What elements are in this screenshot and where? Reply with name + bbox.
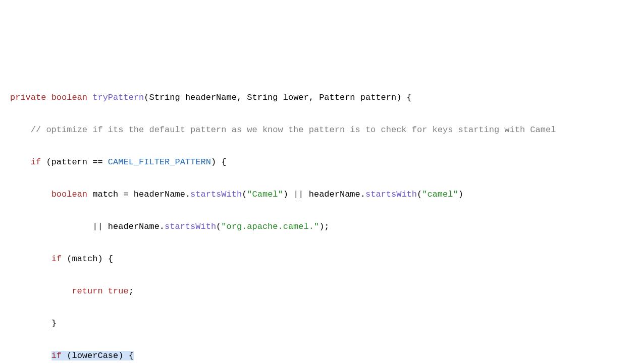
code-line: private boolean tryPattern(String header… bbox=[10, 90, 627, 106]
code-text: (pattern == bbox=[41, 157, 108, 167]
code-line: if (lowerCase) { bbox=[10, 348, 627, 364]
code-text: ); bbox=[319, 222, 329, 231]
method-call: startsWith bbox=[365, 190, 417, 199]
keyword-if: if bbox=[31, 157, 41, 167]
literal-true: true bbox=[108, 286, 129, 296]
method-call: startsWith bbox=[190, 190, 242, 199]
string-literal: "Camel" bbox=[247, 190, 283, 199]
code-text: (lowerCase) { bbox=[62, 351, 134, 360]
code-text: ( bbox=[417, 190, 422, 199]
code-line: if (match) { bbox=[10, 251, 627, 267]
code-text: ) || headerName. bbox=[283, 190, 365, 199]
code-line: // optimize if its the default pattern a… bbox=[10, 122, 627, 138]
keyword-return: return bbox=[72, 286, 102, 296]
code-text: ( bbox=[242, 190, 247, 199]
keyword-if: if bbox=[51, 351, 62, 360]
keyword-boolean: boolean bbox=[51, 93, 87, 102]
code-line: || headerName.startsWith("org.apache.cam… bbox=[10, 219, 627, 235]
code-text: ; bbox=[129, 286, 134, 296]
comment: // optimize if its the default pattern a… bbox=[31, 125, 556, 135]
brace: } bbox=[51, 319, 57, 328]
selection: if (lowerCase) { bbox=[51, 351, 134, 360]
code-line: } bbox=[10, 316, 627, 332]
code-text: (match) { bbox=[62, 254, 113, 264]
code-text: match = headerName. bbox=[87, 190, 190, 199]
string-literal: "org.apache.camel." bbox=[221, 222, 319, 231]
code-text: ) { bbox=[211, 157, 227, 167]
code-line: if (pattern == CAMEL_FILTER_PATTERN) { bbox=[10, 154, 627, 170]
code-editor[interactable]: private boolean tryPattern(String header… bbox=[10, 74, 627, 364]
code-text: || headerName. bbox=[92, 222, 165, 231]
function-name: tryPattern bbox=[92, 93, 144, 102]
keyword-private: private bbox=[10, 93, 46, 102]
code-line: return true; bbox=[10, 283, 627, 299]
constant: CAMEL_FILTER_PATTERN bbox=[108, 157, 211, 167]
code-text: ( bbox=[216, 222, 221, 231]
keyword-boolean: boolean bbox=[51, 190, 87, 199]
method-call: startsWith bbox=[165, 222, 216, 231]
code-text: (String headerName, String lower, Patter… bbox=[144, 93, 412, 102]
string-literal: "camel" bbox=[422, 190, 458, 199]
keyword-if: if bbox=[51, 254, 62, 264]
code-text bbox=[103, 286, 108, 296]
code-text: ) bbox=[458, 190, 463, 199]
code-line: boolean match = headerName.startsWith("C… bbox=[10, 187, 627, 203]
